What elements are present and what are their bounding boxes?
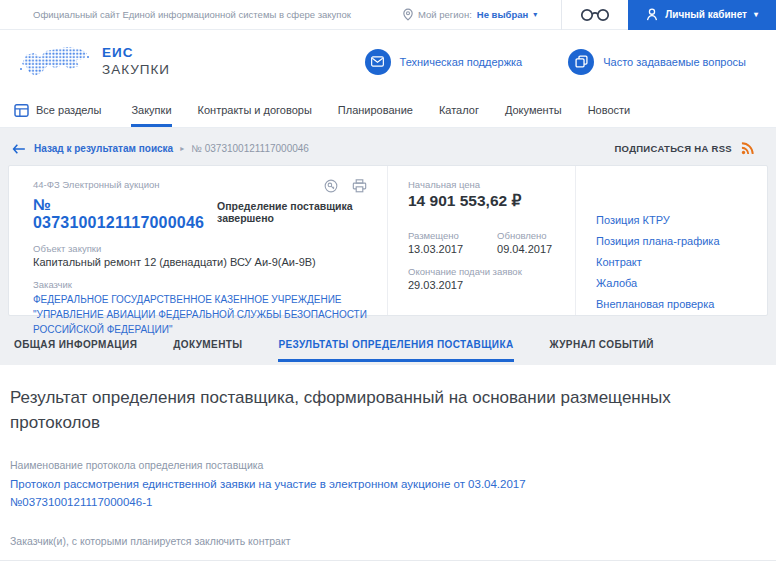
tab-supplier-results[interactable]: РЕЗУЛЬТАТЫ ОПРЕДЕЛЕНИЯ ПОСТАВЩИКА <box>278 326 513 362</box>
nav-item-contracts[interactable]: Контракты и договоры <box>198 93 312 127</box>
purchase-number-link[interactable]: № 0373100121117000046 <box>33 196 204 232</box>
region-label: Мой регион: <box>418 9 472 20</box>
chevron-down-icon: ▾ <box>754 11 758 19</box>
main-header: ЕИС ЗАКУПКИ Техническая поддержка Часто … <box>0 30 776 93</box>
tab-event-log[interactable]: ЖУРНАЛ СОБЫТИЙ <box>550 326 654 362</box>
russia-map-logo-icon <box>18 42 90 82</box>
placed-date-block: Размещено 13.03.2017 <box>408 230 463 255</box>
nav-item-catalog[interactable]: Каталог <box>439 93 479 127</box>
cabinet-label: Личный кабинет <box>665 9 747 20</box>
ktru-position-link[interactable]: Позиция КТРУ <box>596 214 751 226</box>
faq-link[interactable]: Часто задаваемые вопросы <box>568 49 746 75</box>
tab-general-info[interactable]: ОБЩАЯ ИНФОРМАЦИЯ <box>14 326 137 362</box>
print-icon[interactable] <box>352 179 367 193</box>
rss-subscribe-link[interactable]: ПОДПИСАТЬСЯ НА RSS <box>614 142 754 155</box>
purchase-summary-section: Назад к результатам поиска ▸ № 037310012… <box>0 128 776 365</box>
updated-label: Обновлено <box>497 230 552 241</box>
object-label: Объект закупки <box>33 243 371 254</box>
purchase-card: 44-ФЗ Электронный аукцион № 037310012111… <box>8 165 768 316</box>
logo-text: ЕИС ЗАКУПКИ <box>102 45 170 79</box>
tech-support-label: Техническая поддержка <box>400 56 523 68</box>
back-to-search-link[interactable]: Назад к результатам поиска <box>12 143 173 154</box>
protocol-link[interactable]: Протокол рассмотрения единственной заявк… <box>10 476 550 511</box>
topbar: Официальный сайт Единой информационной с… <box>0 0 776 30</box>
region-value: Не выбран <box>477 9 528 20</box>
object-value: Капитальный ремонт 12 (двенадцати) ВСУ А… <box>33 256 371 268</box>
updated-date-block: Обновлено 09.04.2017 <box>497 230 552 255</box>
purchase-card-left: 44-ФЗ Электронный аукцион № 037310012111… <box>9 166 387 315</box>
eis-logo[interactable]: ЕИС ЗАКУПКИ <box>18 42 170 82</box>
price-value: 14 901 553,62 ₽ <box>408 192 559 210</box>
law-and-method-label: 44-ФЗ Электронный аукцион <box>33 179 159 190</box>
tech-support-link[interactable]: Техническая поддержка <box>365 49 523 75</box>
page-title: Результат определения поставщика, сформи… <box>10 386 710 435</box>
purchase-status-badge: Определение поставщика завершено <box>217 200 371 224</box>
results-content: Результат определения поставщика, сформи… <box>0 386 776 561</box>
contract-link[interactable]: Контракт <box>596 256 751 268</box>
breadcrumb-separator-icon: ▸ <box>180 144 184 153</box>
chevron-down-icon: ▾ <box>533 11 537 19</box>
unscheduled-inspection-link[interactable]: Внеплановая проверка <box>596 298 751 310</box>
placed-label: Размещено <box>408 230 463 241</box>
header-links: Техническая поддержка Часто задаваемые в… <box>365 49 746 75</box>
nav-item-news[interactable]: Новости <box>588 93 631 127</box>
faq-pages-icon <box>568 49 594 75</box>
placed-date: 13.03.2017 <box>408 243 463 255</box>
customers-contract-label: Заказчик(и), с которыми планируется закл… <box>10 535 766 547</box>
breadcrumb-current: № 0373100121117000046 <box>191 143 309 154</box>
back-to-search-label: Назад к результатам поиска <box>34 143 173 154</box>
nav-all-sections[interactable]: Все разделы <box>14 104 101 117</box>
logo-line-eis: ЕИС <box>102 45 170 62</box>
purchase-tabs: ОБЩАЯ ИНФОРМАЦИЯ ДОКУМЕНТЫ РЕЗУЛЬТАТЫ ОП… <box>8 326 768 362</box>
accessibility-version-button[interactable] <box>562 0 628 29</box>
purchase-card-links: Позиция КТРУ Позиция плана-графика Контр… <box>575 166 767 315</box>
protocol-name-label: Наименование протокола определения поста… <box>10 459 766 471</box>
user-icon <box>646 8 658 21</box>
location-pin-icon <box>403 8 413 21</box>
rss-subscribe-label: ПОДПИСАТЬСЯ НА RSS <box>614 143 732 154</box>
permalink-icon[interactable] <box>324 179 338 193</box>
back-arrow-icon <box>12 144 26 154</box>
nav-item-documents[interactable]: Документы <box>505 93 562 127</box>
faq-label: Часто задаваемые вопросы <box>603 56 746 68</box>
personal-cabinet-button[interactable]: Личный кабинет ▾ <box>628 0 776 30</box>
site-title: Официальный сайт Единой информационной с… <box>33 9 351 20</box>
topbar-right: Мой регион: Не выбран ▾ Личный кабинет ▾ <box>403 0 776 29</box>
plan-schedule-position-link[interactable]: Позиция плана-графика <box>596 235 751 247</box>
customer-label: Заказчик <box>33 279 371 290</box>
main-nav: Все разделы Закупки Контракты и договоры… <box>0 93 776 128</box>
tab-documents[interactable]: ДОКУМЕНТЫ <box>173 326 242 362</box>
sections-grid-icon <box>14 104 29 117</box>
purchase-card-middle: Начальная цена 14 901 553,62 ₽ Размещено… <box>387 166 575 315</box>
complaint-link[interactable]: Жалоба <box>596 277 751 289</box>
purchase-card-actions <box>324 179 367 193</box>
region-selector[interactable]: Мой регион: Не выбран ▾ <box>403 8 537 21</box>
price-label: Начальная цена <box>408 179 559 190</box>
nav-item-zakupki[interactable]: Закупки <box>131 93 171 127</box>
envelope-icon <box>365 49 391 75</box>
deadline-date: 29.03.2017 <box>408 279 559 291</box>
rss-icon <box>741 142 754 155</box>
nav-item-planning[interactable]: Планирование <box>338 93 413 127</box>
updated-date: 09.04.2017 <box>497 243 552 255</box>
glasses-icon <box>580 8 610 22</box>
deadline-label: Окончание подачи заявок <box>408 266 559 277</box>
logo-line-zakupki: ЗАКУПКИ <box>102 62 170 79</box>
nav-all-sections-label: Все разделы <box>36 104 101 116</box>
breadcrumb: Назад к результатам поиска ▸ № 037310012… <box>8 128 768 155</box>
